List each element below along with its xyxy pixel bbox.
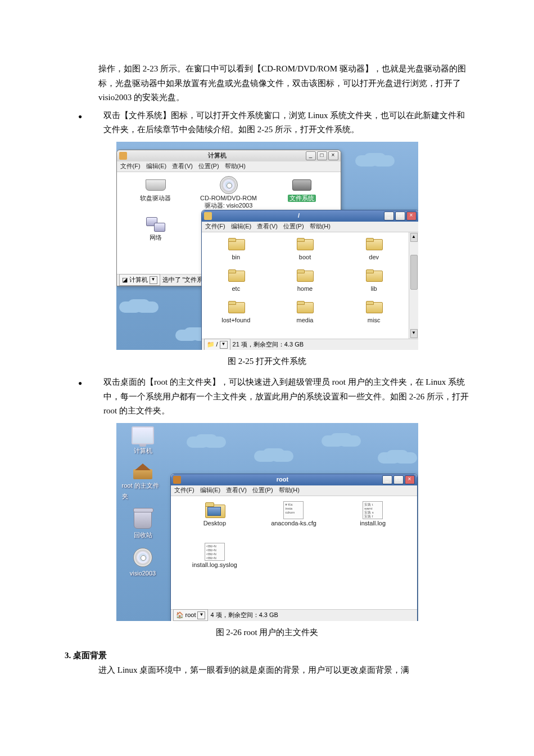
folder-bin[interactable]: bin	[202, 236, 271, 267]
menu-view[interactable]: 查看(V)	[257, 221, 278, 232]
home-icon: 🏠	[176, 610, 184, 620]
close-button[interactable]: ×	[328, 151, 338, 160]
menu-places[interactable]: 位置(P)	[283, 221, 304, 232]
folder-etc[interactable]: etc	[202, 267, 271, 299]
desktop-computer[interactable]: 计算机	[132, 426, 154, 456]
folder-view: bin boot dev etc home lib lost+found med…	[202, 232, 418, 339]
folder-misc[interactable]: misc	[340, 299, 409, 330]
file-icon: # Kic insta cdrom	[283, 501, 304, 519]
menu-help[interactable]: 帮助(H)	[310, 221, 331, 232]
menu-places[interactable]: 位置(P)	[198, 161, 219, 172]
minimize-button[interactable]: _	[384, 212, 394, 220]
chip-dropdown[interactable]: ▼	[150, 276, 157, 284]
titlebar[interactable]: root _ □ ×	[171, 474, 417, 485]
minimize-button[interactable]: _	[382, 475, 392, 484]
chip-label: root	[185, 610, 196, 620]
menu-file[interactable]: 文件(F)	[205, 221, 225, 232]
maximize-button[interactable]: □	[393, 475, 404, 484]
titlebar[interactable]: / _ □ ×	[202, 210, 418, 222]
chip-dropdown[interactable]: ▼	[220, 341, 228, 349]
label: 回收站	[134, 530, 152, 541]
text: 进入 Linux 桌面环境中，第一眼看到的就是桌面的背景，用户可以更改桌面背景，…	[98, 665, 409, 674]
folder-icon	[297, 238, 313, 250]
location-chip[interactable]: 📁 / ▼	[204, 339, 230, 349]
menu-file[interactable]: 文件(F)	[120, 161, 141, 172]
menu-view[interactable]: 查看(V)	[172, 161, 193, 172]
location-chip[interactable]: 🏠 root ▼	[173, 609, 209, 620]
home-icon	[133, 464, 152, 479]
label: install.log.syslog	[192, 561, 237, 569]
close-button[interactable]: ×	[406, 212, 417, 220]
floppy-icon	[146, 179, 166, 191]
figure-2-25: 计算机 _ □ × 文件(F) 编辑(E) 查看(V) 位置(P) 帮助(H) …	[116, 142, 418, 350]
label: 计算机	[134, 446, 152, 456]
folder-icon	[297, 269, 313, 282]
network-item[interactable]: 网络	[119, 216, 192, 255]
statusbar: 🏠 root ▼ 4 项，剩余空间：4.3 GB	[171, 609, 417, 621]
status-text: 4 项，剩余空间：4.3 GB	[210, 610, 278, 620]
desktop-folder-icon	[205, 502, 224, 518]
cdrom-label: CD-ROM/DVD-ROM驱动器: visio2003	[200, 195, 257, 209]
label: anaconda-ks.cfg	[271, 520, 316, 527]
scroll-up[interactable]: ▲	[410, 233, 418, 242]
filesystem-window: / _ □ × 文件(F) 编辑(E) 查看(V) 位置(P) 帮助(H) bi…	[201, 210, 418, 350]
label: visio2003	[130, 568, 156, 579]
menubar: 文件(F) 编辑(E) 查看(V) 位置(P) 帮助(H)	[117, 161, 341, 172]
maximize-button[interactable]: □	[395, 212, 405, 220]
folder-boot[interactable]: boot	[270, 236, 340, 267]
section-paragraph: 进入 Linux 桌面环境中，第一眼看到的就是桌面的背景，用户可以更改桌面背景，…	[65, 663, 469, 678]
floppy-drive-item[interactable]: 软盘驱动器	[119, 177, 192, 216]
folder-lib[interactable]: lib	[340, 267, 409, 299]
statusbar: 📁 / ▼ 21 项，剩余空间：4.3 GB	[202, 339, 418, 350]
root-window: root _ □ × 文件(F) 编辑(E) 查看(V) 位置(P) 帮助(H)…	[170, 474, 418, 621]
menu-edit[interactable]: 编辑(E)	[200, 485, 221, 496]
folder-dev[interactable]: dev	[340, 236, 409, 267]
menu-help[interactable]: 帮助(H)	[279, 485, 300, 496]
status-text: 21 项，剩余空间：4.3 GB	[233, 339, 304, 349]
folder-view: Desktop # Kic insta cdrom anaconda-ks.cf…	[171, 496, 417, 609]
desktop-folder-item[interactable]: Desktop	[175, 502, 255, 543]
maximize-button[interactable]: □	[317, 151, 327, 160]
anaconda-file-item[interactable]: # Kic insta cdrom anaconda-ks.cfg	[254, 502, 333, 543]
figure-caption-2-26: 图 2-26 root 用户的主文件夹	[65, 626, 469, 640]
cd-icon	[220, 176, 238, 194]
menu-places[interactable]: 位置(P)	[252, 485, 273, 496]
menu-help[interactable]: 帮助(H)	[225, 161, 246, 172]
menubar: 文件(F) 编辑(E) 查看(V) 位置(P) 帮助(H)	[202, 222, 418, 232]
floppy-label: 软盘驱动器	[140, 195, 171, 202]
folder-icon	[366, 238, 382, 250]
syslog-file-item[interactable]: <86>N <86>N <86>N <86>N install.log.sysl…	[175, 543, 255, 585]
folder-media[interactable]: media	[270, 299, 340, 330]
menu-edit[interactable]: 编辑(E)	[231, 221, 252, 232]
install-log-item[interactable]: 安装 t warni 安装 s 安装 f install.log	[333, 502, 413, 543]
folder-icon: 📁	[207, 339, 215, 349]
scroll-thumb[interactable]	[410, 255, 418, 290]
folder-lostfound[interactable]: lost+found	[202, 299, 271, 330]
desktop-root-home[interactable]: root 的主文件夹	[122, 464, 164, 501]
computer-icon	[132, 426, 154, 444]
location-chip[interactable]: ◪ 计算机 ▼	[119, 274, 160, 286]
desktop-trash[interactable]: 回收站	[134, 510, 152, 541]
folder-icon	[204, 212, 212, 220]
titlebar[interactable]: 计算机 _ □ ×	[117, 150, 341, 161]
menu-file[interactable]: 文件(F)	[174, 485, 194, 496]
trash-icon	[134, 510, 152, 529]
chip-dropdown[interactable]: ▼	[197, 611, 205, 619]
chip-icon: ◪	[122, 274, 128, 285]
folder-icon	[366, 301, 382, 313]
scrollbar[interactable]: ▲ ▼	[409, 232, 418, 339]
home-icon	[173, 476, 181, 484]
network-label: 网络	[150, 234, 162, 241]
filesystem-label: 文件系统	[288, 195, 316, 202]
menu-view[interactable]: 查看(V)	[226, 485, 247, 496]
desktop-visio[interactable]: visio2003	[130, 548, 156, 579]
menu-edit[interactable]: 编辑(E)	[146, 161, 167, 172]
folder-home[interactable]: home	[270, 267, 340, 299]
minimize-button[interactable]: _	[306, 151, 316, 160]
scroll-down[interactable]: ▼	[410, 329, 418, 338]
folder-icon	[297, 301, 313, 313]
file-icon: 安装 t warni 安装 s 安装 f	[363, 501, 383, 519]
close-button[interactable]: ×	[405, 475, 415, 484]
figure-2-26: 计算机 root 的主文件夹 回收站 visio2003 root _	[116, 423, 418, 621]
folder-icon	[366, 269, 382, 282]
